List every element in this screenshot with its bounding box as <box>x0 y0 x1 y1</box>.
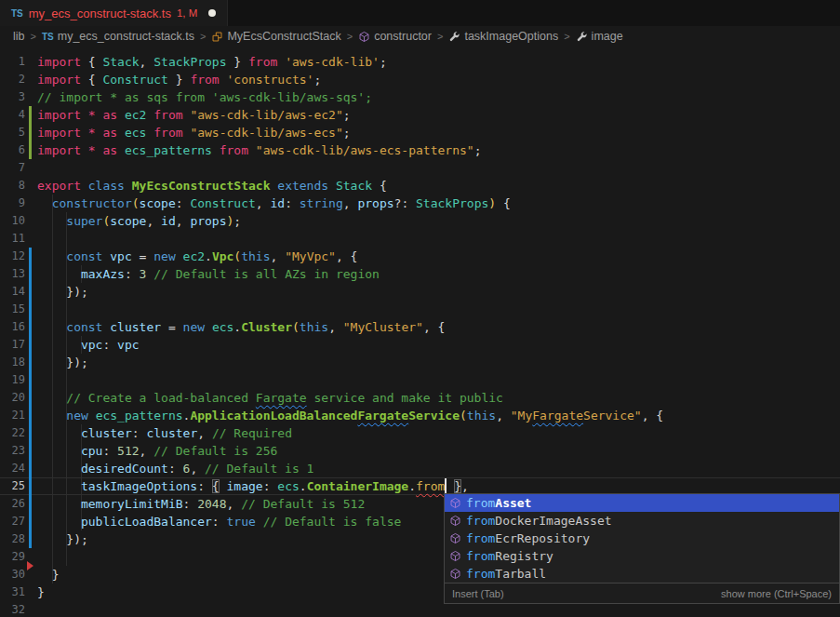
line-number[interactable]: 26 <box>0 495 25 513</box>
code-line-13[interactable]: 13 maxAzs: 3 // Default is all AZs in re… <box>0 265 840 283</box>
code-line-1[interactable]: 1import { Stack, StackProps } from 'aws-… <box>0 53 840 71</box>
code-text: import { Stack, StackProps } from 'aws-c… <box>37 53 387 71</box>
code-line-6[interactable]: 6import * as ecs_patterns from "aws-cdk-… <box>0 141 840 159</box>
line-number[interactable]: 7 <box>0 159 25 177</box>
git-gutter <box>25 71 37 88</box>
line-number[interactable]: 19 <box>0 371 25 389</box>
line-number[interactable]: 22 <box>0 424 25 442</box>
code-line-21[interactable]: 21 new ecs_patterns.ApplicationLoadBalan… <box>0 407 840 424</box>
code-token: ecs <box>277 479 299 493</box>
line-number[interactable]: 24 <box>0 460 25 477</box>
unsaved-changes-dot-icon[interactable] <box>208 9 216 17</box>
code-token: this <box>467 409 496 423</box>
code-line-5[interactable]: 5import * as ecs from "aws-cdk-lib/aws-e… <box>0 124 840 141</box>
code-text: const cluster = new ecs.Cluster(this, "M… <box>37 318 445 336</box>
line-number[interactable]: 25 <box>0 477 25 495</box>
breadcrumb-item-MyEcsConstructStack[interactable]: MyEcsConstructStack <box>211 30 340 43</box>
code-token: const <box>66 320 102 334</box>
code-line-23[interactable]: 23 cpu: 512, // Default is 256 <box>0 442 840 460</box>
code-line-24[interactable]: 24 desiredCount: 6, // Default is 1 <box>0 460 840 477</box>
code-token: , <box>140 444 154 458</box>
code-token: ; <box>474 143 482 157</box>
code-line-12[interactable]: 12 const vpc = new ec2.Vpc(this, "MyVpc"… <box>0 248 840 265</box>
code-line-11[interactable]: 11 <box>0 230 840 248</box>
line-number[interactable]: 17 <box>0 336 25 354</box>
code-token: } <box>37 568 59 582</box>
git-gutter <box>25 177 37 194</box>
code-token <box>37 267 81 281</box>
breadcrumb-item-taskImageOptions[interactable]: taskImageOptions <box>448 30 558 43</box>
code-token: // import * as sqs from 'aws-cdk-lib/aws… <box>37 90 372 104</box>
suggestion-item-fromDockerImageAsset[interactable]: fromDockerImageAsset <box>445 512 839 530</box>
code-line-18[interactable]: 18 }); <box>0 354 840 371</box>
code-token: , { <box>336 249 357 263</box>
line-number[interactable]: 5 <box>0 124 25 141</box>
line-number[interactable]: 1 <box>0 53 25 71</box>
line-number[interactable]: 9 <box>0 194 25 212</box>
line-number[interactable]: 23 <box>0 442 25 460</box>
code-token: vpc <box>110 249 131 263</box>
line-number[interactable]: 31 <box>0 583 25 601</box>
line-number[interactable]: 2 <box>0 71 25 88</box>
git-gutter-add-marker <box>25 124 37 141</box>
line-number[interactable]: 28 <box>0 530 25 548</box>
suggestion-item-fromRegistry[interactable]: fromRegistry <box>445 547 839 565</box>
line-number[interactable]: 11 <box>0 230 25 248</box>
code-token: , <box>461 479 469 493</box>
line-number[interactable]: 21 <box>0 407 25 424</box>
code-line-14[interactable]: 14 }); <box>0 283 840 301</box>
code-text: new ecs_patterns.ApplicationLoadBalanced… <box>37 407 663 424</box>
line-number[interactable]: 27 <box>0 513 25 530</box>
code-token: ContainerImage <box>307 479 409 493</box>
line-number[interactable]: 12 <box>0 248 25 265</box>
code-token: from <box>190 73 219 87</box>
line-number[interactable]: 3 <box>0 88 25 106</box>
code-token: }); <box>37 532 88 546</box>
code-line-15[interactable]: 15 <box>0 301 840 318</box>
code-token: 512 <box>117 444 139 458</box>
code-line-17[interactable]: 17 vpc: vpc <box>0 336 840 354</box>
code-line-2[interactable]: 2import { Construct } from 'constructs'; <box>0 71 840 88</box>
code-line-22[interactable]: 22 cluster: cluster, // Required <box>0 424 840 442</box>
line-number[interactable]: 18 <box>0 354 25 371</box>
breadcrumb-item-my_ecs_construct-stack.ts[interactable]: TSmy_ecs_construct-stack.ts <box>42 30 194 43</box>
breadcrumb-item-lib[interactable]: lib <box>13 30 25 43</box>
code-line-19[interactable]: 19 <box>0 371 840 389</box>
git-gutter-mod-marker <box>25 248 37 265</box>
line-number[interactable]: 32 <box>0 601 25 617</box>
line-number[interactable]: 14 <box>0 283 25 301</box>
code-token: Fargate <box>357 409 408 423</box>
code-line-3[interactable]: 3// import * as sqs from 'aws-cdk-lib/aw… <box>0 88 840 106</box>
suggestion-item-fromEcrRepository[interactable]: fromEcrRepository <box>445 530 839 547</box>
suggestion-item-fromTarball[interactable]: fromTarball <box>445 565 839 583</box>
line-number[interactable]: 20 <box>0 389 25 407</box>
git-gutter-mod-marker <box>25 424 37 442</box>
line-number[interactable]: 30 <box>0 566 25 583</box>
line-number[interactable]: 16 <box>0 318 25 336</box>
line-number[interactable]: 15 <box>0 301 25 318</box>
code-line-7[interactable]: 7 <box>0 159 840 177</box>
code-line-10[interactable]: 10 super(scope, id, props); <box>0 212 840 230</box>
editor-tab[interactable]: TS my_ecs_construct-stack.ts 1, M <box>0 0 228 26</box>
line-number[interactable]: 10 <box>0 212 25 230</box>
breadcrumb-item-constructor[interactable]: constructor <box>358 30 432 43</box>
code-line-4[interactable]: 4import * as ec2 from "aws-cdk-lib/aws-e… <box>0 106 840 124</box>
line-number[interactable]: 29 <box>0 548 25 566</box>
code-line-20[interactable]: 20 // Create a load-balanced Fargate ser… <box>0 389 840 407</box>
code-token <box>81 179 88 193</box>
code-token: "aws-cdk-lib/aws-ecs" <box>190 126 342 140</box>
code-line-9[interactable]: 9 constructor(scope: Construct, id: stri… <box>0 194 840 212</box>
git-gutter-mod-marker <box>25 265 37 283</box>
line-number[interactable]: 6 <box>0 141 25 159</box>
code-token: as <box>102 143 117 157</box>
breadcrumb-item-image[interactable]: image <box>576 30 623 43</box>
code-line-8[interactable]: 8export class MyEcsConstructStack extend… <box>0 177 840 194</box>
line-number[interactable]: 8 <box>0 177 25 194</box>
code-token: from <box>220 143 248 157</box>
line-number[interactable]: 13 <box>0 265 25 283</box>
suggestion-item-fromAsset[interactable]: fromAsset <box>445 494 839 512</box>
code-token: props <box>357 196 393 210</box>
code-token: // Default is 1 <box>205 462 313 476</box>
line-number[interactable]: 4 <box>0 106 25 124</box>
code-line-16[interactable]: 16 const cluster = new ecs.Cluster(this,… <box>0 318 840 336</box>
